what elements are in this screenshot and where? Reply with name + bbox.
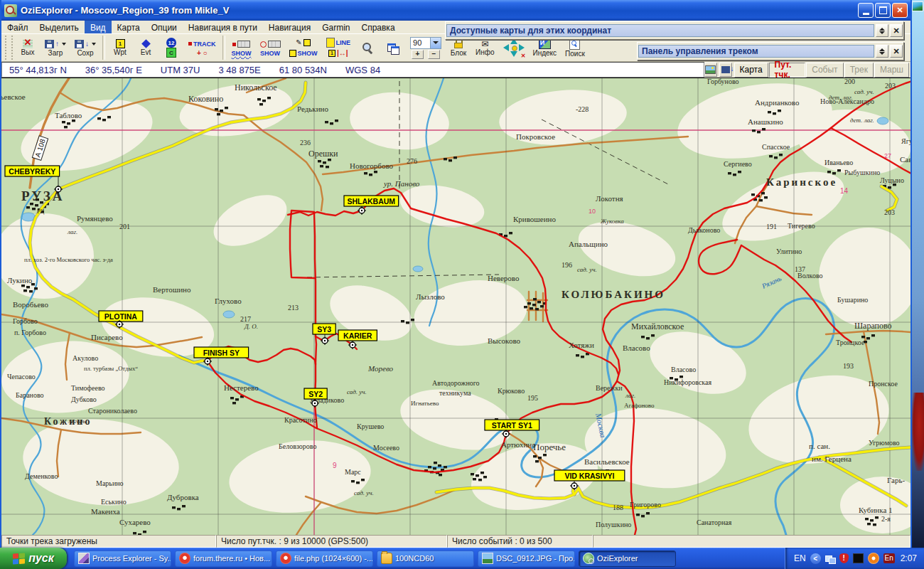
- language-indicator[interactable]: EN: [794, 553, 806, 563]
- menu-item-4[interactable]: Карта: [112, 21, 146, 33]
- side-tabs: КартаПут. тчк.СобытТрекМарш: [704, 62, 910, 78]
- tab-пут-тчк-[interactable]: Пут. тчк.: [769, 63, 806, 78]
- menu-item-3[interactable]: Вид: [85, 21, 112, 33]
- opera-icon: [179, 553, 190, 564]
- track-button[interactable]: TRACK+ ○: [185, 35, 220, 60]
- event-diamond-icon: [141, 39, 151, 48]
- exit-button[interactable]: ✕Вых: [16, 35, 40, 60]
- map-label: лаг.: [67, 228, 77, 235]
- map-label: Нестерево: [224, 383, 259, 392]
- taskbar-task-procexp[interactable]: Process Explorer - Sy...: [74, 551, 171, 567]
- taskbar-task-ozi[interactable]: OziExplorer: [579, 551, 676, 567]
- available-maps-label: Доступные карты для этих координат: [450, 26, 611, 36]
- opera-tray-icon[interactable]: [868, 553, 879, 564]
- language-badge[interactable]: En: [883, 553, 895, 563]
- menu-item-6[interactable]: Навигация в пути: [183, 21, 263, 33]
- waypoint-button[interactable]: 1Wpt: [108, 35, 132, 60]
- map-label: Автодорожного: [432, 379, 480, 387]
- waypoint-label: SHLAKBAUM: [347, 197, 395, 206]
- map-label: Санаторная: [697, 519, 732, 526]
- available-maps-combo[interactable]: Доступные карты для этих координат: [446, 24, 874, 37]
- show-names-button[interactable]: ✎SHOW: [286, 35, 321, 60]
- map-label: 217: [240, 315, 251, 323]
- tab-событ[interactable]: Событ: [806, 63, 843, 78]
- zoom-combo[interactable]: 90: [410, 37, 441, 49]
- minimize-button[interactable]: [858, 3, 874, 18]
- show-track-button[interactable]: SHOW: [228, 35, 255, 60]
- start-button[interactable]: пуск: [0, 548, 67, 569]
- coordinate-segment: 61 80 534N: [279, 65, 327, 75]
- maps-spinner-button[interactable]: [876, 24, 888, 37]
- show-waypoints-button[interactable]: SHOW: [257, 35, 284, 60]
- track-panel-combo[interactable]: Панель управления треком: [638, 45, 874, 58]
- waypoint-label: VID KRASIVYI: [564, 472, 614, 480]
- menu-item-7[interactable]: Навигация: [263, 21, 316, 33]
- map-label: Игнатьево: [411, 400, 439, 407]
- event-button[interactable]: Evt: [134, 35, 158, 60]
- titlebar[interactable]: OziExplorer - Moscow_Region_39 from Mikl…: [1, 0, 910, 21]
- taskbar-task-folder[interactable]: 100NCD60: [377, 551, 474, 567]
- tray-collapse-icon[interactable]: <: [810, 553, 821, 564]
- coordinate-bar: 55° 44,813г N36° 35,540г EUTM 37U3 48 87…: [1, 62, 910, 78]
- menu-item-2[interactable]: Выделить: [34, 21, 85, 33]
- zoom-in-button[interactable]: +: [412, 50, 424, 59]
- load-button[interactable]: ↑Загр: [41, 35, 70, 60]
- map-label: Власово: [671, 366, 696, 373]
- wp-number-button[interactable]: 12C: [159, 35, 183, 60]
- antivirus-shield-icon[interactable]: !: [839, 553, 849, 563]
- zoom-dropdown-arrow[interactable]: [430, 38, 441, 48]
- map-label: Никольское: [235, 83, 277, 92]
- network-icon[interactable]: [825, 554, 835, 563]
- windows-button[interactable]: [381, 35, 405, 60]
- close-button[interactable]: ✕: [892, 3, 908, 18]
- waypoint-icon: 1: [116, 39, 125, 48]
- track-spinner-button[interactable]: [876, 45, 888, 58]
- desktop-image-icon[interactable]: [912, 1, 923, 11]
- maps-close-button[interactable]: ✕: [890, 24, 903, 37]
- save-floppy-icon: [75, 40, 84, 48]
- tab-карта[interactable]: Карта: [734, 63, 768, 78]
- map-label: -228: [576, 105, 589, 113]
- map-label: Неверово: [488, 274, 520, 282]
- tab-трек[interactable]: Трек: [844, 63, 874, 78]
- statusbar: Точки трека загружены Число пут.тчк. : 9…: [1, 535, 910, 548]
- map-label: Морево: [367, 364, 394, 373]
- map-image-button[interactable]: [704, 63, 717, 77]
- menu-item-8[interactable]: Garmin: [316, 21, 355, 33]
- map-label: Горбово: [13, 317, 38, 325]
- tab-марш[interactable]: Марш: [874, 63, 909, 78]
- save-button[interactable]: ↓Сохр: [71, 35, 100, 60]
- map-label: Орешки: [308, 149, 338, 159]
- line-tools-button[interactable]: LINE1|↔|: [323, 35, 355, 60]
- map-label: 201: [119, 223, 130, 230]
- map-label: Сав: [900, 155, 910, 164]
- taskbar-task-image[interactable]: DSC_0912.JPG - Про...: [478, 551, 575, 567]
- taskbar-task-opera[interactable]: file.php (1024×600) -...: [276, 551, 373, 567]
- console-tray-icon[interactable]: [853, 553, 864, 563]
- toolbar-grip[interactable]: [5, 36, 13, 60]
- taskbar-task-opera[interactable]: forum.there.ru • Нов...: [175, 551, 272, 567]
- map-label: Покровское: [516, 132, 555, 141]
- map-view[interactable]: А 108ВасильевскоеТабловоКоковиноНикольск…: [1, 78, 910, 535]
- map-label: Акулово: [72, 354, 98, 362]
- map-label: лаг.: [625, 392, 635, 399]
- menu-item-5[interactable]: Опции: [146, 21, 183, 33]
- cascade-windows-icon: [387, 43, 399, 53]
- menu-item-1[interactable]: Файл: [1, 21, 34, 33]
- map-label: сад. уч.: [577, 266, 597, 273]
- track-close-button[interactable]: ✕: [890, 45, 903, 58]
- image-icon: [705, 65, 716, 74]
- map-label: Старониколаево: [88, 407, 137, 415]
- restore-button[interactable]: [875, 3, 891, 18]
- save-track-button[interactable]: [719, 63, 732, 77]
- menu-item-9[interactable]: Справка: [355, 21, 400, 33]
- magnifier-button[interactable]: [355, 35, 380, 60]
- map-label: Михайловское: [631, 321, 684, 331]
- map-label: Новогорбово: [350, 161, 394, 170]
- map-label: Рыбушкино: [844, 169, 880, 176]
- zoom-out-button[interactable]: −: [428, 50, 440, 59]
- status-waypoint-count: Число пут.тчк. : 9 из 10000 (GPS:500): [216, 535, 447, 548]
- folder-icon: [381, 553, 392, 564]
- map-label: Мосеево: [373, 444, 399, 452]
- system-tray: EN < ! En 2:07: [785, 548, 924, 569]
